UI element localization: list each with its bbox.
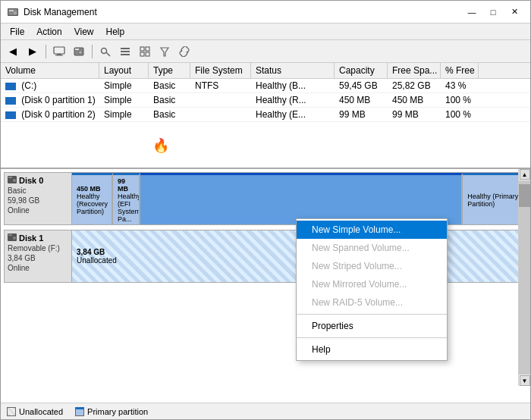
header-volume[interactable]: Volume <box>1 63 99 78</box>
volume-icon <box>5 97 16 105</box>
disk-1-label: Disk 1 Removable (F:) 3,84 GB Online <box>4 230 72 283</box>
ctx-new-raid5-volume[interactable]: New RAID-5 Volume... <box>297 293 447 312</box>
toolbar-btn-4[interactable] <box>116 43 134 60</box>
disk-view[interactable]: Disk 0 Basic 59,98 GB Online 450 MB Heal… <box>1 169 530 403</box>
scroll-up-button[interactable]: ▲ <box>520 169 530 180</box>
volume-list[interactable]: Volume Layout Type File System Status Ca… <box>1 63 530 169</box>
cell-capacity: 99 MB <box>335 108 388 121</box>
scroll-down-button[interactable]: ▼ <box>520 375 530 386</box>
legend-primary-label: Primary partition <box>87 407 148 416</box>
legend: Unallocated Primary partition <box>1 403 530 419</box>
header-status[interactable]: Status <box>251 63 335 78</box>
scrollbar[interactable]: ▲ ▼ <box>518 169 530 386</box>
cell-fs <box>190 113 251 116</box>
empty-area: 🔥 <box>1 122 530 154</box>
disk-0-partitions[interactable]: 450 MB Healthy (Recovery Partition) 99 M… <box>72 172 527 225</box>
partition-recovery[interactable]: 450 MB Healthy (Recovery Partition) <box>72 173 113 224</box>
maximize-button[interactable]: □ <box>483 5 503 20</box>
partition-primary[interactable]: Healthy (Primary Partition) <box>463 173 526 224</box>
partition-main-selected[interactable] <box>140 173 463 224</box>
menu-action[interactable]: Action <box>30 25 68 39</box>
svg-line-11 <box>106 52 110 56</box>
header-layout[interactable]: Layout <box>99 63 149 78</box>
partition-efi[interactable]: 99 MB Healthy (EFI System Pa... <box>113 173 140 224</box>
cell-volume: (Disk 0 partition 1) <box>1 93 99 107</box>
toolbar-btn-3[interactable] <box>96 43 115 60</box>
window-controls: — □ ✕ <box>462 5 524 20</box>
ctx-new-spanned-volume[interactable]: New Spanned Volume... <box>297 239 447 257</box>
window-title: Disk Management <box>24 7 97 17</box>
ctx-properties[interactable]: Properties <box>297 317 447 335</box>
ctx-help[interactable]: Help <box>297 340 447 359</box>
cell-status: Healthy (R... <box>251 93 335 107</box>
svg-point-3 <box>14 11 17 14</box>
header-free[interactable]: Free Spa... <box>388 63 441 78</box>
ctx-new-mirrored-volume[interactable]: New Mirrored Volume... <box>297 275 447 293</box>
main-content: Volume Layout Type File System Status Ca… <box>1 63 530 419</box>
legend-unallocated-label: Unallocated <box>19 407 63 416</box>
cell-free: 25,82 GB <box>388 79 441 92</box>
cell-status: Healthy (B... <box>251 79 335 92</box>
cell-capacity: 59,45 GB <box>335 79 388 92</box>
svg-rect-18 <box>146 52 149 56</box>
legend-primary: Primary partition <box>75 407 148 416</box>
header-filesystem[interactable]: File System <box>190 63 251 78</box>
table-row[interactable]: (Disk 0 partition 2) Simple Basic Health… <box>1 108 530 122</box>
svg-rect-17 <box>140 52 144 56</box>
header-capacity[interactable]: Capacity <box>335 63 388 78</box>
menu-help[interactable]: Help <box>100 25 131 39</box>
disk-icon-small <box>8 176 17 183</box>
cell-pct: 100 % <box>441 108 479 121</box>
svg-rect-12 <box>121 48 130 49</box>
svg-point-25 <box>13 237 16 240</box>
menu-view[interactable]: View <box>68 25 100 39</box>
svg-rect-2 <box>9 10 14 11</box>
header-pct[interactable]: % Free <box>441 63 479 78</box>
disk-1-status: Online <box>8 264 68 272</box>
ctx-new-simple-volume[interactable]: New Simple Volume... <box>297 221 447 239</box>
disk-0-status: Online <box>8 206 68 215</box>
cell-free: 450 MB <box>388 93 441 107</box>
svg-point-9 <box>79 50 83 54</box>
toolbar-separator-2 <box>92 45 93 58</box>
svg-rect-24 <box>8 234 12 236</box>
app-icon <box>7 6 19 18</box>
disk-1-type: Removable (F:) <box>8 244 68 252</box>
cell-capacity: 450 MB <box>335 93 388 107</box>
disk-0-name: Disk 0 <box>8 176 68 185</box>
header-type[interactable]: Type <box>149 63 190 78</box>
scroll-track <box>519 180 530 375</box>
toolbar-btn-7[interactable] <box>175 43 193 60</box>
svg-rect-4 <box>54 47 64 54</box>
table-row[interactable]: (C:) Simple Basic NTFS Healthy (B... 59,… <box>1 79 530 93</box>
svg-rect-6 <box>55 55 63 55</box>
cell-type: Basic <box>149 79 190 92</box>
menu-file[interactable]: File <box>4 25 30 39</box>
cell-free: 99 MB <box>388 108 441 121</box>
toolbar-btn-5[interactable] <box>136 43 154 60</box>
legend-unallocated-box <box>7 407 16 416</box>
toolbar-separator-1 <box>46 45 46 58</box>
disk-0-type: Basic <box>8 186 68 195</box>
link-icon <box>179 46 190 57</box>
svg-rect-16 <box>146 47 149 51</box>
scroll-thumb <box>519 184 530 207</box>
toolbar-btn-6[interactable] <box>156 43 174 60</box>
close-button[interactable]: ✕ <box>504 5 524 20</box>
table-row[interactable]: (Disk 0 partition 1) Simple Basic Health… <box>1 93 530 108</box>
toolbar-btn-2[interactable] <box>70 43 88 60</box>
toolbar-forward[interactable]: ▶ <box>24 43 42 60</box>
disk-1-row: Disk 1 Removable (F:) 3,84 GB Online 3,8… <box>4 230 527 283</box>
monitor-icon <box>53 46 65 57</box>
disk-icon <box>74 46 84 57</box>
volume-icon <box>5 111 16 119</box>
disk-icon-small-2 <box>8 234 17 241</box>
minimize-button[interactable]: — <box>462 5 482 20</box>
toolbar-back[interactable]: ◀ <box>4 43 22 60</box>
cell-volume: (C:) <box>1 79 99 92</box>
svg-rect-8 <box>75 49 79 50</box>
toolbar-btn-1[interactable] <box>50 43 68 60</box>
disk-0-label: Disk 0 Basic 59,98 GB Online <box>4 172 72 225</box>
svg-rect-5 <box>57 54 61 55</box>
ctx-new-striped-volume[interactable]: New Striped Volume... <box>297 257 447 275</box>
